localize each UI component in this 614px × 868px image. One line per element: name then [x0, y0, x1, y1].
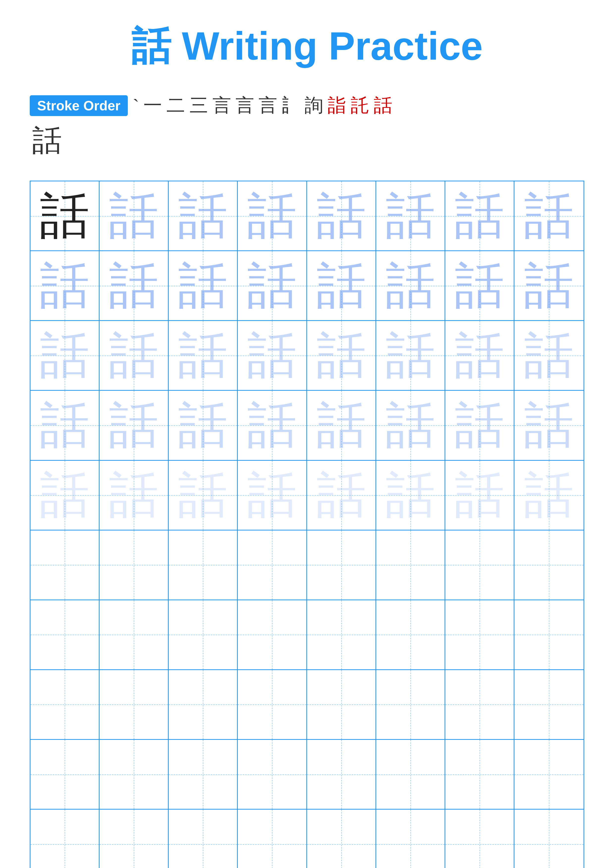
grid-cell[interactable]: 話: [99, 391, 169, 460]
grid-row-empty: [31, 740, 583, 810]
grid-cell[interactable]: 話: [376, 461, 445, 530]
grid-cell[interactable]: [169, 810, 238, 868]
grid-cell[interactable]: 話: [515, 461, 583, 530]
stroke-sequence: ` 一︎ 二︎ 三︎ 言︎ 言 言 訁 詢 詣 託 話: [133, 93, 392, 118]
grid-cell[interactable]: 話: [238, 181, 307, 250]
grid-cell[interactable]: [99, 810, 169, 868]
grid-cell[interactable]: [31, 740, 99, 809]
grid-cell[interactable]: [31, 600, 99, 669]
grid-cell[interactable]: 話: [238, 461, 307, 530]
grid-cell[interactable]: 話: [376, 251, 445, 320]
grid-cell[interactable]: [31, 670, 99, 739]
grid-cell[interactable]: [515, 670, 583, 739]
grid-cell[interactable]: [376, 600, 445, 669]
grid-cell[interactable]: 話: [31, 461, 99, 530]
grid-cell[interactable]: 話: [31, 251, 99, 320]
grid-cell[interactable]: [445, 530, 515, 600]
grid-cell[interactable]: [99, 670, 169, 739]
stroke-order-row: Stroke Order ` 一︎ 二︎ 三︎ 言︎ 言 言 訁 詢 詣 託 話: [30, 93, 584, 118]
grid-cell[interactable]: [307, 670, 376, 739]
grid-cell[interactable]: 話: [31, 391, 99, 460]
grid-cell[interactable]: 話: [376, 391, 445, 460]
grid-cell[interactable]: [445, 600, 515, 669]
grid-cell[interactable]: [515, 530, 583, 600]
grid-cell[interactable]: [515, 740, 583, 809]
stroke-order-section: Stroke Order ` 一︎ 二︎ 三︎ 言︎ 言 言 訁 詢 詣 託 話…: [30, 93, 584, 161]
grid-cell[interactable]: 話: [445, 251, 515, 320]
grid-cell[interactable]: 話: [307, 391, 376, 460]
grid-cell[interactable]: [307, 740, 376, 809]
grid-cell[interactable]: [238, 600, 307, 669]
grid-cell[interactable]: 話: [99, 461, 169, 530]
grid-cell[interactable]: [238, 740, 307, 809]
grid-cell[interactable]: [238, 530, 307, 600]
grid-cell[interactable]: [99, 740, 169, 809]
page-title: 話 Writing Practice: [131, 20, 483, 73]
grid-cell[interactable]: [31, 810, 99, 868]
practice-grid: 話 話 話 話 話 話 話 話 話 話 話 話 話 話 話 話 話 話 話 話 …: [30, 181, 584, 868]
grid-cell[interactable]: [376, 740, 445, 809]
grid-cell[interactable]: 話: [31, 181, 99, 250]
grid-cell[interactable]: [31, 530, 99, 600]
grid-row: 話 話 話 話 話 話 話 話: [31, 181, 583, 251]
grid-row-empty: [31, 670, 583, 740]
grid-cell[interactable]: [307, 530, 376, 600]
grid-cell[interactable]: 話: [445, 181, 515, 250]
grid-cell[interactable]: 話: [238, 251, 307, 320]
grid-cell[interactable]: [169, 740, 238, 809]
grid-cell[interactable]: [238, 670, 307, 739]
grid-cell[interactable]: 話: [169, 391, 238, 460]
grid-cell[interactable]: 話: [169, 461, 238, 530]
grid-cell[interactable]: [445, 810, 515, 868]
final-character: 話: [32, 121, 584, 161]
grid-cell[interactable]: 話: [169, 321, 238, 390]
grid-cell[interactable]: 話: [376, 321, 445, 390]
grid-cell[interactable]: 話: [307, 321, 376, 390]
grid-cell[interactable]: [169, 530, 238, 600]
grid-cell[interactable]: 話: [238, 321, 307, 390]
grid-cell[interactable]: 話: [169, 181, 238, 250]
grid-cell[interactable]: [515, 600, 583, 669]
grid-cell[interactable]: [99, 600, 169, 669]
grid-row-empty: [31, 600, 583, 670]
grid-row: 話 話 話 話 話 話 話 話: [31, 321, 583, 391]
grid-cell[interactable]: [169, 670, 238, 739]
grid-cell[interactable]: 話: [307, 181, 376, 250]
grid-cell[interactable]: 話: [445, 391, 515, 460]
grid-row-empty: [31, 530, 583, 600]
grid-cell[interactable]: 話: [445, 321, 515, 390]
grid-cell[interactable]: 話: [445, 461, 515, 530]
grid-cell[interactable]: 話: [515, 321, 583, 390]
grid-cell[interactable]: [376, 810, 445, 868]
grid-cell[interactable]: 話: [515, 251, 583, 320]
grid-cell[interactable]: 話: [169, 251, 238, 320]
grid-cell[interactable]: [307, 810, 376, 868]
page: 話 Writing Practice Stroke Order ` 一︎ 二︎ …: [0, 0, 614, 868]
grid-cell[interactable]: 話: [376, 181, 445, 250]
grid-cell[interactable]: 話: [307, 461, 376, 530]
grid-row-empty: [31, 810, 583, 868]
grid-cell[interactable]: [376, 530, 445, 600]
grid-cell[interactable]: 話: [515, 181, 583, 250]
grid-row: 話 話 話 話 話 話 話 話: [31, 391, 583, 460]
grid-cell[interactable]: [445, 670, 515, 739]
grid-cell[interactable]: [445, 740, 515, 809]
grid-cell[interactable]: 話: [31, 321, 99, 390]
grid-cell[interactable]: [238, 810, 307, 868]
grid-cell[interactable]: [169, 600, 238, 669]
grid-row: 話 話 話 話 話 話 話 話: [31, 251, 583, 321]
grid-cell[interactable]: 話: [515, 391, 583, 460]
grid-cell[interactable]: [99, 530, 169, 600]
stroke-order-badge: Stroke Order: [30, 95, 128, 116]
grid-row: 話 話 話 話 話 話 話 話: [31, 461, 583, 530]
grid-cell[interactable]: 話: [238, 391, 307, 460]
grid-cell[interactable]: [307, 600, 376, 669]
grid-cell[interactable]: 話: [99, 251, 169, 320]
grid-cell[interactable]: 話: [99, 181, 169, 250]
grid-cell[interactable]: 話: [307, 251, 376, 320]
grid-cell[interactable]: 話: [99, 321, 169, 390]
grid-cell[interactable]: [376, 670, 445, 739]
grid-cell[interactable]: [515, 810, 583, 868]
